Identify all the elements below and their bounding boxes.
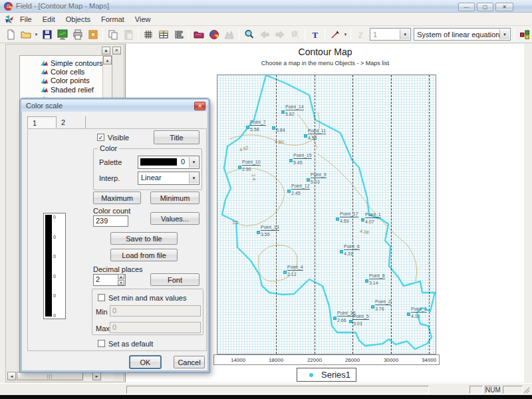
- resize-grip-icon[interactable]: [523, 386, 531, 394]
- set-minmax-checkbox[interactable]: [98, 294, 105, 301]
- map-point-marker[interactable]: Point_145.82: [281, 110, 285, 114]
- spin-up-icon[interactable]: ▲: [118, 274, 124, 279]
- point-label: Point_2: [375, 299, 391, 305]
- zoom-level-combo[interactable]: 1 ▼: [370, 28, 411, 41]
- minimize-button[interactable]: —: [458, 3, 475, 11]
- palette-value: 0: [181, 158, 185, 166]
- values-button[interactable]: Values...: [150, 212, 200, 225]
- tab-2[interactable]: 2: [57, 116, 86, 128]
- scrollbar-thumb[interactable]: |||: [17, 372, 83, 380]
- load-from-file-button[interactable]: Load from file: [110, 249, 178, 261]
- visible-checkbox[interactable]: ✓: [97, 134, 104, 141]
- interp-label: Interp.: [99, 174, 120, 182]
- palette-combo[interactable]: 0 ▼: [138, 156, 200, 169]
- tree-item-color-cells[interactable]: Color cells: [40, 67, 84, 76]
- text-tool-icon[interactable]: T: [307, 27, 323, 41]
- map-point-marker[interactable]: Point_75.58: [246, 126, 249, 129]
- point-value: 5.03: [311, 180, 320, 185]
- panel-pin-button[interactable]: ▲: [102, 47, 110, 55]
- map-point-marker[interactable]: Point_174.59: [336, 217, 339, 221]
- tab-1[interactable]: 1: [27, 116, 57, 128]
- chevron-down-icon[interactable]: ▼: [400, 29, 410, 39]
- min-input[interactable]: 0: [110, 305, 201, 317]
- copy-icon[interactable]: [105, 27, 120, 41]
- map-plot-area[interactable]: Point_145.82Point_75.585.84Point_114.55P…: [217, 74, 436, 354]
- chevron-down-icon[interactable]: ▼: [499, 29, 509, 39]
- point-value: 4.31: [344, 251, 353, 257]
- tree-item-shaded-relief[interactable]: Shaded relief: [40, 85, 94, 94]
- map-point-marker[interactable]: Point_95.03: [307, 178, 310, 182]
- map-point-marker[interactable]: Point_53.03: [349, 320, 352, 323]
- options-icon[interactable]: [85, 27, 100, 41]
- bars-icon[interactable]: [171, 27, 186, 41]
- point-label: Point_13: [261, 225, 279, 231]
- set-minmax-label: Set min and max values: [108, 294, 186, 302]
- menu-item-file[interactable]: File: [15, 14, 37, 25]
- map-point-marker[interactable]: Point_42.12: [283, 271, 287, 274]
- color-count-input[interactable]: 239: [93, 215, 128, 227]
- maximum-button[interactable]: Maximum: [93, 192, 141, 204]
- map-point-marker[interactable]: 5.84: [272, 126, 275, 130]
- spin-down-icon[interactable]: ▼: [118, 280, 124, 285]
- tree-horizontal-scrollbar[interactable]: ◄ ||| ►: [7, 371, 114, 380]
- legend[interactable]: Series1: [297, 368, 356, 382]
- pointer-tool-icon[interactable]: [327, 27, 342, 41]
- map-point-marker[interactable]: Point_155.45: [289, 159, 293, 162]
- maximize-button[interactable]: ▢: [477, 3, 493, 11]
- minimum-button[interactable]: Minimum: [150, 192, 200, 204]
- chevron-down-icon[interactable]: ▼: [33, 27, 39, 41]
- map-point-marker[interactable]: Point_64.31: [340, 250, 343, 253]
- scroll-up-icon[interactable]: ▲: [103, 56, 112, 65]
- blocks-icon[interactable]: [517, 27, 532, 41]
- new-document-icon[interactable]: [3, 27, 18, 41]
- menu-item-objects[interactable]: Objects: [61, 14, 96, 25]
- tree-item-color-points[interactable]: Color points: [40, 76, 90, 85]
- open-folder-icon[interactable]: [18, 27, 33, 41]
- map-point-marker[interactable]: Point_162.66: [333, 317, 336, 320]
- status-panel: [503, 386, 523, 394]
- map-point-marker[interactable]: Point_133.55: [257, 231, 260, 234]
- map-point-marker[interactable]: Point_122.45: [287, 190, 291, 193]
- ok-button[interactable]: OK: [130, 356, 161, 368]
- max-input[interactable]: 0: [110, 322, 201, 333]
- save-to-file-button[interactable]: Save to file: [110, 232, 178, 245]
- dialog-close-button[interactable]: ✕: [194, 102, 205, 110]
- svg-text:D: D: [7, 4, 10, 9]
- scroll-right-icon[interactable]: ►: [92, 372, 101, 380]
- print-icon[interactable]: [70, 27, 85, 41]
- tree-item-simple-contours[interactable]: Simple contours: [40, 59, 103, 67]
- tree-item-label: Color cells: [51, 68, 84, 76]
- set-default-checkbox[interactable]: [98, 340, 105, 347]
- grid-icon[interactable]: [140, 27, 156, 41]
- map-point-marker[interactable]: Point_14.07: [361, 218, 364, 221]
- map-display-icon[interactable]: [55, 27, 70, 41]
- menu-item-edit[interactable]: Edit: [37, 14, 61, 25]
- chevron-down-icon[interactable]: ▼: [189, 157, 198, 168]
- save-icon[interactable]: [39, 27, 55, 41]
- map-point-marker[interactable]: Point_83.14: [365, 279, 368, 283]
- menu-item-format[interactable]: Format: [96, 14, 130, 25]
- close-button[interactable]: ✕: [495, 3, 513, 11]
- interp-combo[interactable]: Linear ▼: [138, 172, 200, 185]
- dialog-title-bar[interactable]: Color scale: [21, 100, 208, 112]
- color-scale-preview: 000000: [43, 213, 66, 319]
- point-value: 5.58: [250, 127, 259, 132]
- cancel-button[interactable]: Cancel: [174, 356, 205, 368]
- point-value: 2.90: [242, 167, 251, 172]
- chevron-down-icon[interactable]: ▼: [342, 27, 348, 41]
- title-button[interactable]: Title: [154, 130, 200, 144]
- zoom-icon[interactable]: [241, 27, 257, 41]
- map-point-marker[interactable]: Point_34.10: [407, 313, 410, 316]
- chevron-down-icon[interactable]: ▼: [189, 173, 198, 184]
- map-point-marker[interactable]: Point_114.55: [304, 134, 307, 138]
- scroll-left-icon[interactable]: ◄: [7, 372, 16, 380]
- app-globe-icon[interactable]: [206, 27, 221, 41]
- menu-item-view[interactable]: View: [130, 14, 156, 25]
- map-point-marker[interactable]: Point_23.76: [371, 305, 374, 309]
- insert-table-icon[interactable]: [156, 27, 171, 41]
- font-button[interactable]: Font: [150, 273, 200, 286]
- panel-close-button[interactable]: ✕: [112, 47, 121, 55]
- folder-3d-icon[interactable]: [191, 27, 206, 41]
- equation-mode-combo[interactable]: System of linear equations ▼: [414, 28, 511, 41]
- map-point-marker[interactable]: Point_102.90: [238, 166, 241, 169]
